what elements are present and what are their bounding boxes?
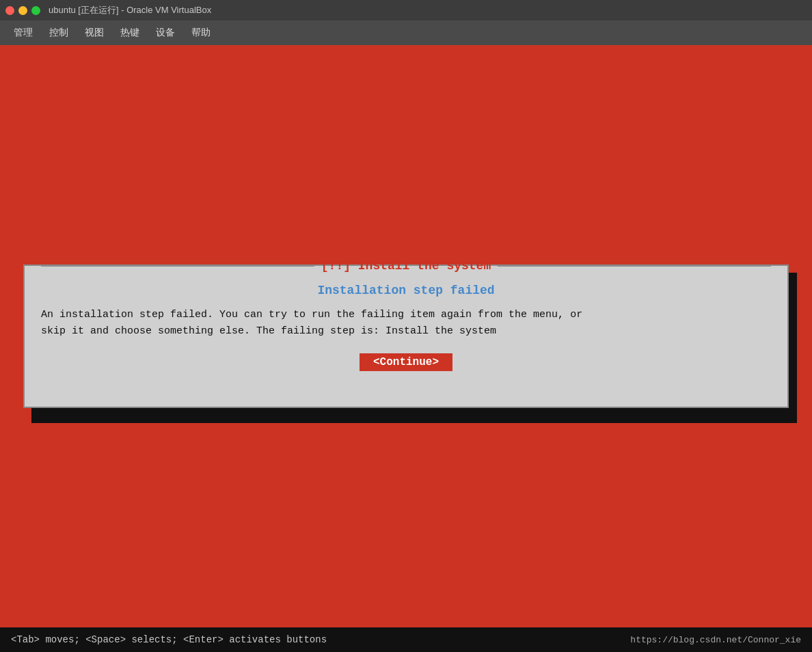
menu-item-manage[interactable]: 管理 <box>7 24 40 42</box>
error-title: Installation step failed <box>41 284 771 297</box>
window-controls <box>5 6 40 15</box>
error-message: An installation step failed. You can try… <box>41 307 771 340</box>
keyboard-hints: <Tab> moves; <Space> selects; <Enter> ac… <box>11 634 327 645</box>
continue-button-row: <Continue> <box>41 353 771 371</box>
dialog-content: Installation step failed An installation… <box>41 284 771 371</box>
dialog-box: [!!] Install the system Installation ste… <box>23 264 789 408</box>
maximize-button[interactable] <box>31 6 40 15</box>
menubar: 管理 控制 视图 热键 设备 帮助 <box>0 21 812 45</box>
continue-button[interactable]: <Continue> <box>360 353 452 371</box>
dialog-title: [!!] Install the system <box>314 259 498 273</box>
minimize-button[interactable] <box>18 6 27 15</box>
statusbar: <Tab> moves; <Space> selects; <Enter> ac… <box>0 627 812 652</box>
menu-item-device[interactable]: 设备 <box>149 24 182 42</box>
dialog-title-line-left <box>41 265 314 267</box>
close-button[interactable] <box>5 6 14 15</box>
window-title: ubuntu [正在运行] - Oracle VM VirtualBox <box>49 4 211 16</box>
dialog-outer: [!!] Install the system Installation ste… <box>23 264 789 408</box>
vm-area: [!!] Install the system Installation ste… <box>0 45 812 627</box>
menu-item-hotkey[interactable]: 热键 <box>113 24 146 42</box>
menu-item-control[interactable]: 控制 <box>42 24 75 42</box>
menu-item-help[interactable]: 帮助 <box>185 24 217 42</box>
dialog-title-line-right <box>498 265 771 267</box>
dialog-title-row: [!!] Install the system <box>41 259 771 273</box>
menu-item-view[interactable]: 视图 <box>78 24 111 42</box>
watermark: https://blog.csdn.net/Connor_xie <box>630 635 801 645</box>
titlebar: ubuntu [正在运行] - Oracle VM VirtualBox <box>0 0 812 21</box>
